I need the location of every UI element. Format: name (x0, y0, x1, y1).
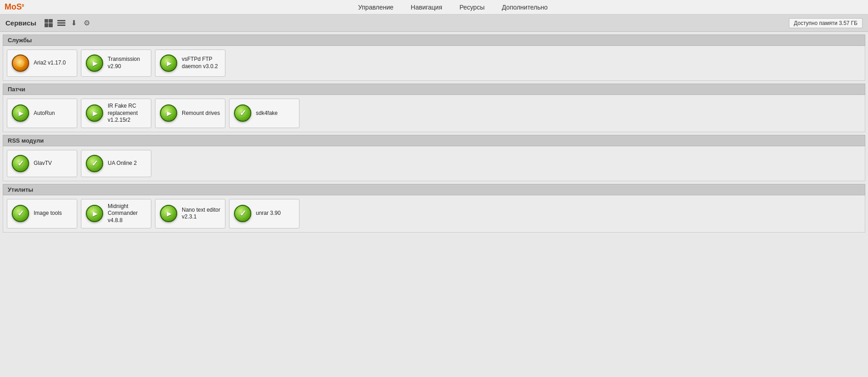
section-utilities-header: Утилиты (3, 184, 865, 195)
service-name: vsFTPd FTP daemon v3.0.2 (182, 56, 220, 70)
section-patches: Патчи AutoRun IR Fake RC replacement v1.… (3, 84, 865, 132)
section-patches-body: AutoRun IR Fake RC replacement v1.2.15r2… (3, 95, 865, 132)
list-view-button[interactable] (56, 18, 66, 28)
status-icon-play (160, 55, 177, 72)
section-utilities: Утилиты Image tools Midnight Commander v… (3, 184, 865, 233)
service-name: Remount drives (182, 110, 220, 117)
service-name: Aria2 v1.17.0 (34, 60, 66, 67)
service-name: Midnight Commander v4.8.8 (108, 203, 146, 224)
status-icon-play (86, 55, 103, 72)
list-item[interactable]: GlavTV (7, 150, 77, 177)
section-utilities-body: Image tools Midnight Commander v4.8.8 Na… (3, 195, 865, 233)
status-icon-check (12, 205, 29, 222)
section-rss: RSS модули GlavTV UA Online 2 (3, 135, 865, 181)
status-icon-check (234, 205, 251, 222)
nav-links: Управление Навигация Ресурсы Дополнитель… (42, 1, 863, 14)
service-name: unrar 3.90 (256, 210, 281, 217)
list-item[interactable]: sdk4fake (229, 99, 299, 128)
service-name: Image tools (34, 210, 62, 217)
memory-info: Доступно памяти 3.57 ГБ (789, 18, 863, 28)
list-item[interactable]: IR Fake RC replacement v1.2.15r2 (81, 99, 151, 128)
section-services-body: Aria2 v1.17.0 Transmission v2.90 vsFTPd … (3, 46, 865, 81)
status-icon-play (86, 205, 103, 222)
service-name: GlavTV (34, 160, 52, 167)
section-patches-header: Патчи (3, 84, 865, 95)
settings-button[interactable]: ⚙ (82, 18, 92, 28)
section-rss-body: GlavTV UA Online 2 (3, 146, 865, 181)
service-name: Nano text editor v2.3.1 (182, 207, 220, 221)
status-icon-play (86, 104, 103, 122)
list-item[interactable]: Image tools (7, 199, 77, 228)
section-rss-header: RSS модули (3, 135, 865, 146)
section-services-header: Службы (3, 35, 865, 46)
status-icon-check (86, 155, 103, 172)
status-icon-check (234, 104, 251, 122)
install-icon: ⬇ (71, 19, 77, 27)
toolbar: ⬇ ⚙ (44, 18, 92, 28)
grid-icon (45, 19, 53, 27)
list-item[interactable]: AutoRun (7, 99, 77, 128)
status-icon-check (12, 155, 29, 172)
gear-icon: ⚙ (84, 19, 90, 27)
page-title: Сервисы (5, 19, 36, 27)
list-item[interactable]: Transmission v2.90 (81, 50, 151, 77)
list-item[interactable]: vsFTPd FTP daemon v3.0.2 (155, 50, 225, 77)
list-item[interactable]: Remount drives (155, 99, 225, 128)
list-icon (57, 20, 65, 26)
main-content: Службы Aria2 v1.17.0 Transmission v2.90 … (0, 32, 868, 238)
logo: MoS8 (5, 2, 24, 12)
page-header: Сервисы ⬇ ⚙ Доступно памяти 3.57 ГБ (0, 15, 868, 32)
list-item[interactable]: Midnight Commander v4.8.8 (81, 199, 151, 228)
service-name: sdk4fake (256, 110, 278, 117)
section-services: Службы Aria2 v1.17.0 Transmission v2.90 … (3, 35, 865, 81)
status-icon-orange (12, 55, 29, 72)
nav-extra[interactable]: Дополнительно (500, 1, 549, 14)
list-item[interactable]: Aria2 v1.17.0 (7, 50, 77, 77)
service-name: AutoRun (34, 110, 55, 117)
list-item[interactable]: unrar 3.90 (229, 199, 299, 228)
install-button[interactable]: ⬇ (69, 18, 79, 28)
grid-view-button[interactable] (44, 18, 54, 28)
service-name: Transmission v2.90 (108, 56, 146, 70)
status-icon-play (160, 104, 177, 122)
top-navigation: MoS8 Управление Навигация Ресурсы Дополн… (0, 0, 868, 15)
nav-resources[interactable]: Ресурсы (458, 1, 486, 14)
service-name: IR Fake RC replacement v1.2.15r2 (108, 103, 146, 124)
nav-manage[interactable]: Управление (356, 1, 395, 14)
status-icon-play (160, 205, 177, 222)
list-item[interactable]: Nano text editor v2.3.1 (155, 199, 225, 228)
nav-navigation[interactable]: Навигация (409, 1, 444, 14)
status-icon-play (12, 104, 29, 122)
service-name: UA Online 2 (108, 160, 137, 167)
list-item[interactable]: UA Online 2 (81, 150, 151, 177)
